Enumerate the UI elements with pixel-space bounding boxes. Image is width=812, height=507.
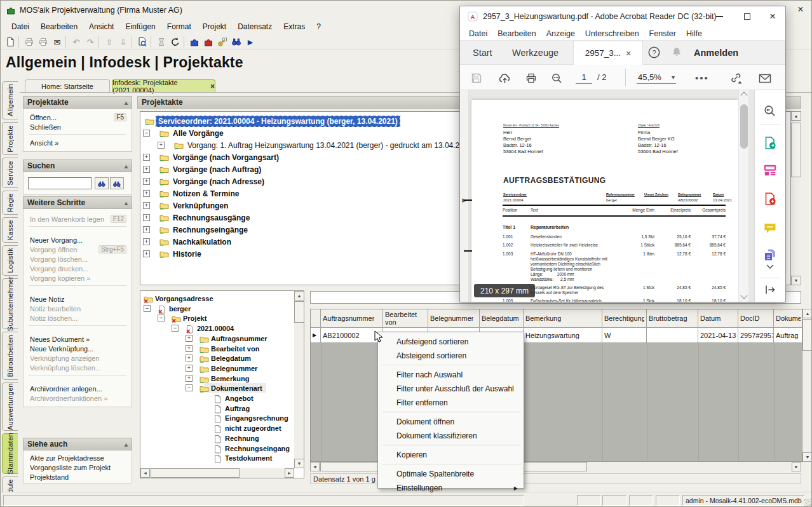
horizontal-scrollbar[interactable]: ◄► [140, 468, 294, 478]
module-tab-subunternehmer[interactable]: Subunternehmer [2, 278, 18, 329]
context-menu-item-kopieren[interactable]: Kopieren [379, 448, 523, 462]
context-menu-item-aufsteigend-sortieren[interactable]: Aufsteigend sortieren [379, 335, 523, 349]
table-header-cell[interactable]: Auftragsnummer [321, 309, 383, 327]
acrobat-menu-datei[interactable]: Datei [464, 27, 492, 40]
address-tree-row[interactable]: Dokumentenart [140, 384, 304, 394]
context-menu-item-optimale-spaltenbreite[interactable]: Optimale Spaltenbreite [379, 467, 523, 481]
move-up-icon[interactable]: ⇧ [103, 36, 116, 48]
sidebar-panel-header-siehe-auch[interactable]: Siehe auch▴ [23, 438, 132, 450]
search-icon[interactable] [763, 104, 777, 118]
context-menu-item-filter-entfernen[interactable]: Filter entfernen [379, 396, 523, 410]
print-icon[interactable] [23, 36, 36, 48]
combine-files-icon[interactable] [763, 248, 777, 262]
tree-label[interactable]: Belegdatum [211, 355, 251, 362]
acrobat-menu-anzeige[interactable]: Anzeige [541, 27, 580, 40]
save-button[interactable] [469, 71, 484, 86]
search-input[interactable] [28, 177, 91, 189]
doc-tab-home[interactable]: Home: Startseite [25, 79, 110, 92]
edit-pdf-icon[interactable] [763, 163, 777, 177]
address-tree-row[interactable]: Bemerkung [140, 374, 304, 384]
mosaik-menu-format[interactable]: Format [161, 21, 197, 32]
tree-label[interactable]: Vorgang: 1. Auftrag Heizungswartung 13.0… [186, 140, 489, 151]
tree-expander[interactable]: + [143, 250, 150, 257]
tree-expander[interactable]: + [143, 226, 150, 233]
acrobat-menu-unterschreiben[interactable]: Unterschreiben [580, 27, 644, 40]
address-tree-row[interactable]: Belegdatum [140, 354, 304, 364]
tree-expander[interactable]: + [143, 154, 150, 161]
search-binoculars-icon[interactable] [230, 36, 243, 48]
table-header-cell[interactable]: DocID [738, 309, 774, 327]
collapse-arrow-icon[interactable]: ▴ [125, 99, 128, 106]
create-pdf-icon[interactable] [763, 192, 777, 206]
sidebar-action-akte-zur-projektadresse[interactable]: Akte zur Projektadresse [30, 453, 126, 463]
tree-label[interactable]: Belegnummer [211, 365, 257, 372]
acrobat-doc-tab[interactable]: 2957_3...× [573, 41, 643, 65]
run-icon[interactable]: ▶ [244, 36, 257, 48]
table-header-cell[interactable]: Bemerkung [524, 309, 602, 327]
doc-tab-close-icon[interactable]: × [626, 48, 631, 58]
module-tab-projekte[interactable]: Projekte [2, 122, 18, 155]
tree-label[interactable]: Auftrag [225, 405, 250, 412]
table-header-cell[interactable]: Datum [698, 309, 738, 327]
refresh-icon[interactable] [169, 36, 182, 48]
module-tab-regie[interactable]: Regie [2, 191, 18, 215]
sidebar-panel-header-suchen[interactable]: Suchen▴ [23, 159, 132, 172]
tree-label[interactable]: Vorgänge (nach Vorgangsart) [171, 152, 281, 163]
send-email-button[interactable] [757, 71, 773, 86]
pdf-scrollbar[interactable] [738, 90, 748, 302]
address-tree-row[interactable]: Angebot [140, 394, 304, 404]
search-next-button[interactable] [110, 177, 124, 189]
sidebar-action-vorgang-drucken[interactable]: Vorgang drucken... [30, 264, 126, 273]
address-tree-row[interactable]: Auftragsnummer [140, 334, 304, 344]
sidebar-action-notiz-bearbeiten[interactable]: Notiz bearbeiten [30, 304, 126, 313]
tree-label[interactable]: Eingangsrechnung [225, 414, 288, 422]
vertical-scrollbar[interactable]: ▲▼ [791, 111, 801, 285]
collapse-arrow-icon[interactable]: ▴ [125, 441, 128, 448]
vertical-scrollbar[interactable]: ▲▼ [294, 291, 304, 468]
sidebar-action-in-den-warenkorb-legen[interactable]: In den Warenkorb legenF12 [30, 214, 126, 224]
maximize-button[interactable] [734, 6, 760, 27]
context-menu-item-dokument-öffnen[interactable]: Dokument öffnen [379, 415, 523, 429]
context-menu-item-einstellungen[interactable]: Einstellungen▶ [379, 481, 523, 495]
table-header-cell[interactable]: Belegdatum [480, 309, 524, 327]
sidebar-action-archivordnerfunktionen[interactable]: Archivordnerfunktionen » [30, 393, 126, 403]
share-link-button[interactable] [728, 71, 743, 86]
plugin-blue-icon[interactable] [188, 36, 201, 48]
tree-expander[interactable]: + [143, 238, 150, 245]
sidebar-action-vorgang-öffnen[interactable]: Vorgang öffnenStrg+F5 [30, 245, 126, 254]
tree-label[interactable]: Serviceordner: 2021.00004 - Heizungswart… [156, 116, 400, 126]
wait-icon[interactable] [155, 36, 168, 48]
tree-expander[interactable]: + [143, 190, 150, 197]
acrobat-tab-werkzeuge[interactable]: Werkzeuge [506, 41, 565, 65]
sidebar-action-neue-verknüpfung[interactable]: Neue Verknüpfung... [30, 344, 126, 353]
undo-icon[interactable]: ↶ [70, 36, 83, 48]
tree-expander[interactable]: − [143, 130, 150, 137]
tree-label[interactable]: Verknüpfungen [171, 201, 230, 211]
mosaik-menu-?[interactable]: ? [311, 21, 327, 32]
mosaik-menu-extras[interactable]: Extras [278, 21, 311, 32]
collapse-arrow-icon[interactable]: ▴ [125, 163, 128, 170]
module-tab-auswertungen[interactable]: Auswertungen [2, 382, 18, 431]
sidebar-action-verknüpfung-löschen[interactable]: Verknüpfung löschen... [30, 363, 126, 372]
address-tree-row[interactable]: nicht zugeordnet [140, 424, 304, 434]
acrobat-menu-fenster[interactable]: Fenster [644, 27, 681, 40]
permissions-key-icon[interactable] [216, 36, 229, 48]
sidebar-action-notiz-löschen[interactable]: Notiz löschen... [30, 313, 126, 323]
address-tree-row[interactable]: Rechnung [140, 434, 304, 444]
sidebar-action-neue-notiz[interactable]: Neue Notiz [30, 294, 126, 304]
search-button[interactable] [549, 71, 564, 86]
context-menu-item-filter-unter-ausschluß-der-auswahl[interactable]: Filter unter Ausschluß der Auswahl [379, 382, 523, 396]
tree-label[interactable]: Dokumentenart [211, 384, 262, 392]
module-tab-kasse[interactable]: Kasse [2, 217, 18, 243]
new-document-icon[interactable] [4, 36, 17, 48]
tree-label[interactable]: Alle Vorgänge [171, 128, 226, 139]
sidebar-action-neuer-vorgang[interactable]: Neuer Vorgang... [30, 235, 126, 245]
sidebar-action-archivordner-anlegen[interactable]: Archivordner anlegen... [30, 384, 126, 393]
tree-label[interactable]: Projekt [183, 314, 206, 322]
context-menu-item-filter-nach-auswahl[interactable]: Filter nach Auswahl [379, 368, 523, 382]
vertical-scrollbar[interactable]: ▲▼ [802, 309, 812, 462]
sidebar-action-öffnen[interactable]: Öffnen...F5 [30, 112, 126, 122]
doc-tab-close-icon[interactable]: × [210, 82, 215, 91]
mosaik-menu-datei[interactable]: Datei [6, 21, 35, 32]
table-header-cell[interactable]: Bruttobetrag [647, 309, 698, 327]
